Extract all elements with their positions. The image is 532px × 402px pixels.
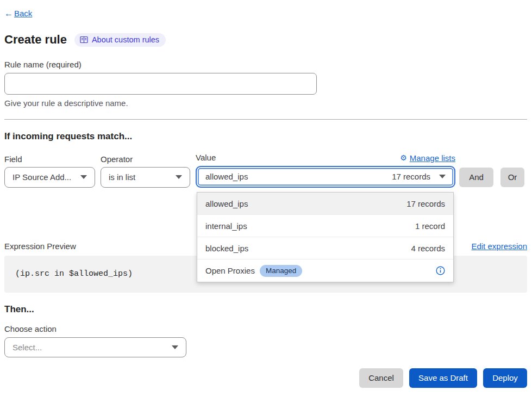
- info-icon[interactable]: [436, 266, 445, 275]
- deploy-button[interactable]: Deploy: [483, 368, 527, 388]
- edit-expression-link[interactable]: Edit expression: [471, 242, 527, 251]
- value-select[interactable]: allowed_ips 17 records: [196, 166, 455, 188]
- and-button[interactable]: And: [459, 168, 493, 187]
- choose-action-label: Choose action: [4, 324, 527, 333]
- chevron-down-icon: [176, 175, 182, 179]
- field-select-value: IP Source Add...: [12, 172, 71, 182]
- list-option-count: 4 records: [411, 244, 445, 253]
- field-select[interactable]: IP Source Add...: [4, 167, 95, 188]
- list-option-internal-ips[interactable]: internal_ips 1 record: [197, 215, 453, 237]
- operator-column: Operator is in list: [101, 154, 190, 188]
- field-label: Field: [4, 154, 95, 164]
- list-option-count: 1 record: [415, 221, 445, 231]
- operator-label: Operator: [101, 154, 190, 164]
- value-label-row: Value ⚙ Manage lists: [196, 153, 455, 163]
- or-button[interactable]: Or: [500, 168, 524, 187]
- field-column: Field IP Source Add...: [4, 154, 95, 188]
- about-badge-label: About custom rules: [92, 35, 159, 44]
- rule-name-input[interactable]: [4, 73, 317, 95]
- footer-actions: Cancel Save as Draft Deploy: [4, 368, 527, 388]
- list-option-count: 17 records: [406, 199, 445, 208]
- then-heading: Then...: [4, 304, 527, 315]
- chevron-down-icon: [439, 175, 446, 178]
- list-option-name: blocked_ips: [205, 244, 248, 253]
- list-option-name: internal_ips: [205, 221, 247, 231]
- action-select[interactable]: Select...: [4, 337, 186, 357]
- title-row: Create rule About custom rules: [4, 33, 527, 47]
- section-divider: [4, 119, 527, 120]
- match-heading: If incoming requests match...: [4, 131, 527, 142]
- list-option-open-proxies[interactable]: Open Proxies Managed: [197, 259, 453, 282]
- list-option-blocked-ips[interactable]: blocked_ips 4 records: [197, 237, 453, 259]
- rule-name-helper: Give your rule a descriptive name.: [4, 98, 527, 108]
- back-link[interactable]: Back: [14, 9, 32, 18]
- list-option-allowed-ips[interactable]: allowed_ips 17 records: [197, 193, 453, 215]
- managed-badge: Managed: [260, 265, 302, 277]
- manage-lists-link[interactable]: Manage lists: [410, 153, 455, 163]
- book-icon: [80, 36, 88, 44]
- about-custom-rules-link[interactable]: About custom rules: [74, 33, 166, 47]
- expression-code: (ip.src in $allowed_ips): [15, 269, 133, 279]
- lists-dropdown-panel: allowed_ips 17 records internal_ips 1 re…: [197, 192, 454, 282]
- action-select-placeholder: Select...: [12, 343, 42, 352]
- save-as-draft-button[interactable]: Save as Draft: [409, 368, 477, 388]
- value-column: Value ⚙ Manage lists allowed_ips 17 reco…: [196, 153, 455, 188]
- chevron-down-icon: [80, 175, 87, 179]
- gear-icon: ⚙: [400, 153, 407, 162]
- list-option-name: Open Proxies: [205, 266, 255, 275]
- expression-preview-label: Expression Preview: [4, 242, 76, 251]
- list-option-name: allowed_ips: [205, 199, 248, 208]
- back-row: ←Back: [4, 9, 527, 18]
- page-title: Create rule: [4, 33, 67, 47]
- value-select-count: 17 records: [392, 172, 430, 181]
- value-label: Value: [196, 153, 216, 162]
- match-condition-row: Field IP Source Add... Operator is in li…: [4, 153, 527, 188]
- rule-name-label: Rule name (required): [4, 60, 527, 69]
- manage-lists: ⚙ Manage lists: [400, 153, 455, 163]
- chevron-down-icon: [172, 345, 178, 349]
- create-rule-page: ←Back Create rule About custom rules Rul…: [0, 0, 532, 388]
- cancel-button[interactable]: Cancel: [359, 368, 403, 388]
- operator-select[interactable]: is in list: [101, 167, 190, 188]
- back-arrow-icon: ←: [4, 9, 13, 18]
- value-select-value: allowed_ips: [205, 172, 248, 181]
- operator-select-value: is in list: [109, 172, 135, 182]
